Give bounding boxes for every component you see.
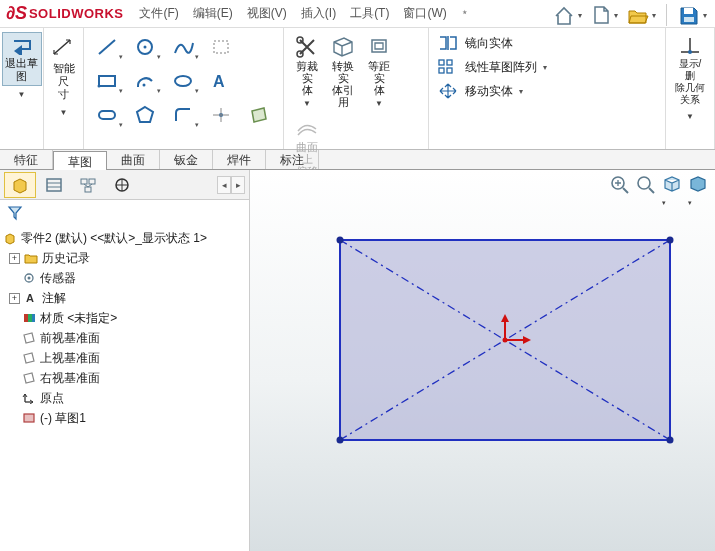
- expand-icon[interactable]: +: [9, 253, 20, 264]
- relations-icon: [677, 34, 703, 56]
- svg-rect-19: [447, 60, 452, 65]
- tab-sketch[interactable]: 草图: [53, 151, 107, 170]
- exit-sketch-button[interactable]: 退出草 图: [2, 32, 42, 86]
- menu-edit[interactable]: 编辑(E): [193, 5, 233, 22]
- plane-tool[interactable]: [242, 100, 276, 130]
- menu-bar: ∂S SOLIDWORKS 文件(F) 编辑(E) 视图(V) 插入(I) 工具…: [0, 0, 715, 28]
- menu-file[interactable]: 文件(F): [139, 5, 178, 22]
- svg-point-52: [337, 237, 344, 244]
- tab-surface[interactable]: 曲面: [107, 150, 160, 169]
- mirror-button[interactable]: 镜向实体: [437, 34, 657, 52]
- viewport-toolbar: ▾ ▾: [609, 174, 709, 208]
- slot-tool[interactable]: ▾: [90, 100, 124, 130]
- view-orientation-button[interactable]: ▾: [661, 174, 683, 208]
- qa-open-button[interactable]: ▾: [624, 2, 658, 28]
- svg-point-37: [28, 277, 31, 280]
- move-button[interactable]: 移动实体 ▾: [437, 82, 657, 100]
- svg-marker-12: [137, 107, 153, 122]
- trim-button[interactable]: 剪裁实 体 ▼: [290, 32, 324, 111]
- expand-icon[interactable]: +: [9, 293, 20, 304]
- logo-ds-icon: ∂S: [6, 3, 27, 24]
- convert-button[interactable]: 转换实 体引用: [326, 32, 360, 111]
- qa-new-button[interactable]: ▾: [588, 2, 620, 28]
- qa-save-button[interactable]: ▾: [675, 2, 709, 28]
- funnel-icon[interactable]: [6, 204, 24, 222]
- tree-sketch1[interactable]: (-) 草图1: [0, 408, 249, 428]
- point-tool[interactable]: [204, 100, 238, 130]
- quick-access-toolbar: ▾ ▾ ▾ ▾: [550, 2, 709, 28]
- tab-weldment[interactable]: 焊件: [213, 150, 266, 169]
- tree-top-plane[interactable]: 上视基准面: [0, 348, 249, 368]
- svg-rect-6: [99, 76, 115, 86]
- property-manager-tab[interactable]: [38, 172, 70, 198]
- smart-dimension-button[interactable]: 智能尺 寸: [48, 32, 80, 104]
- line-tool[interactable]: ▾: [90, 32, 124, 62]
- zoom-fit-button[interactable]: [609, 174, 631, 208]
- tree-history[interactable]: + 历史记录: [0, 248, 249, 268]
- arc-tool[interactable]: ▾: [128, 66, 162, 96]
- part-icon: [10, 176, 30, 194]
- tree-origin[interactable]: 原点: [0, 388, 249, 408]
- menu-window[interactable]: 窗口(W): [403, 5, 446, 22]
- point-icon: [210, 105, 232, 125]
- tree-annotations[interactable]: + A 注解: [0, 288, 249, 308]
- tab-sheet-metal[interactable]: 钣金: [160, 150, 213, 169]
- display-style-button[interactable]: ▾: [687, 174, 709, 208]
- offset-button[interactable]: 等距实 体 ▼: [362, 32, 396, 111]
- menu-insert[interactable]: 插入(I): [301, 5, 336, 22]
- fillet-tool[interactable]: ▾: [166, 100, 200, 130]
- polygon-tool[interactable]: [128, 100, 162, 130]
- empty-slot-1: [242, 32, 276, 62]
- dropdown-icon[interactable]: ▼: [303, 100, 311, 109]
- dimxpert-tab[interactable]: [106, 172, 138, 198]
- svg-rect-29: [89, 179, 95, 184]
- qa-home-button[interactable]: ▾: [550, 2, 584, 28]
- origin-icon: [21, 392, 37, 404]
- display-relations-button[interactable]: 显示/删 除几何 关系: [672, 32, 708, 108]
- construction-geometry-tool[interactable]: [204, 32, 238, 62]
- tree-root[interactable]: 零件2 (默认) <<默认>_显示状态 1>: [0, 228, 249, 248]
- tree-top-plane-label: 上视基准面: [40, 350, 100, 367]
- dropdown-icon[interactable]: ▼: [375, 100, 383, 109]
- dropdown-icon[interactable]: ▼: [18, 90, 26, 99]
- svg-point-8: [143, 84, 146, 87]
- filter-row: [0, 200, 249, 226]
- linear-pattern-button[interactable]: 线性草图阵列 ▾: [437, 58, 657, 76]
- text-tool[interactable]: A: [204, 66, 238, 96]
- ribbon-group-draw-tools: ▾ ▾ ▾ ▾ ▾ ▾ A ▾ ▾: [84, 28, 284, 149]
- circle-tool[interactable]: ▾: [128, 32, 162, 62]
- menu-view[interactable]: 视图(V): [247, 5, 287, 22]
- app-logo: ∂S SOLIDWORKS: [6, 3, 123, 24]
- svg-point-9: [175, 76, 191, 86]
- tree-annotations-label: 注解: [42, 290, 66, 307]
- svg-point-4: [144, 46, 147, 49]
- dropdown-icon[interactable]: ▼: [686, 112, 694, 121]
- svg-text:A: A: [213, 73, 225, 90]
- tree-right-plane[interactable]: 右视基准面: [0, 368, 249, 388]
- svg-point-60: [503, 338, 508, 343]
- tree-sensors[interactable]: 传感器: [0, 268, 249, 288]
- feature-tree-tab[interactable]: [4, 172, 36, 198]
- ellipse-tool[interactable]: ▾: [166, 66, 200, 96]
- spline-tool[interactable]: ▾: [166, 32, 200, 62]
- panel-next-button[interactable]: ▸: [231, 176, 245, 194]
- tab-feature[interactable]: 特征: [0, 150, 53, 169]
- rectangle-tool[interactable]: ▾: [90, 66, 124, 96]
- configuration-tab[interactable]: [72, 172, 104, 198]
- annotation-icon: A: [23, 292, 39, 304]
- dropdown-icon[interactable]: ▼: [60, 108, 68, 117]
- svg-rect-30: [85, 187, 91, 192]
- exit-sketch-icon: [8, 35, 36, 55]
- menu-more-icon[interactable]: ⋆: [461, 5, 469, 22]
- zoom-area-button[interactable]: [635, 174, 657, 208]
- tree-front-plane[interactable]: 前视基准面: [0, 328, 249, 348]
- graphics-viewport[interactable]: ▾ ▾: [250, 170, 715, 551]
- work-area: ◂ ▸ 零件2 (默认) <<默认>_显示状态 1> + 历史记录 传感器: [0, 170, 715, 551]
- magnifier-icon: [635, 174, 657, 194]
- sketch-rectangle[interactable]: [330, 230, 690, 460]
- panel-prev-button[interactable]: ◂: [217, 176, 231, 194]
- svg-text:A: A: [26, 292, 34, 304]
- menu-tool[interactable]: 工具(T): [350, 5, 389, 22]
- scissors-icon: [294, 34, 320, 58]
- tree-material[interactable]: 材质 <未指定>: [0, 308, 249, 328]
